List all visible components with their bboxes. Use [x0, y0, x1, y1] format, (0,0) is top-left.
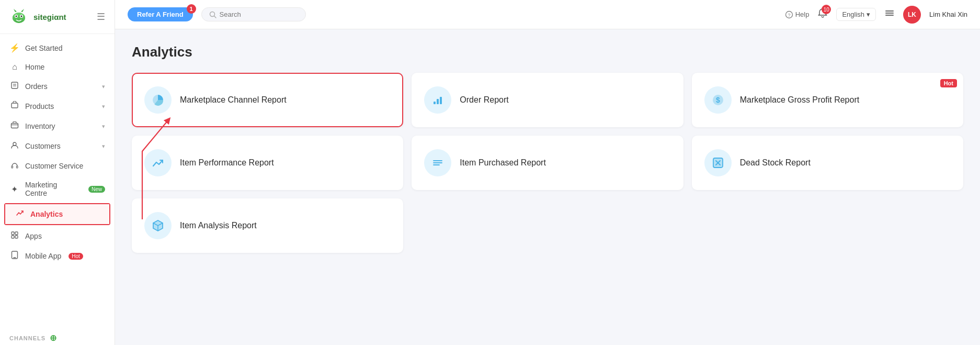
page-title: Analytics	[132, 44, 963, 60]
notifications-button[interactable]: 10	[817, 8, 828, 21]
sidebar-item-label: Home	[25, 63, 44, 71]
sidebar-item-get-started[interactable]: ⚡ Get Started	[0, 38, 115, 58]
refer-label: Refer A Friend	[137, 10, 184, 18]
sidebar-item-apps[interactable]: Apps	[0, 226, 115, 246]
report-label: Item Performance Report	[180, 158, 274, 168]
sidebar-item-label: Marketing Centre	[25, 181, 81, 197]
products-icon	[9, 101, 20, 112]
analytics-icon	[15, 209, 25, 219]
help-label: Help	[795, 10, 810, 18]
svg-text:?: ?	[788, 13, 790, 18]
chevron-down-icon: ▾	[102, 83, 105, 90]
svg-point-2	[13, 13, 25, 23]
svg-rect-17	[17, 166, 18, 168]
search-input[interactable]	[220, 10, 293, 18]
svg-point-15	[13, 142, 16, 146]
logo-text: sitegiαnt	[33, 13, 66, 21]
user-name[interactable]: Lim Khai Xin	[929, 10, 967, 18]
report-card-item-analysis[interactable]: Item Analysis Report	[132, 198, 403, 253]
svg-rect-30	[885, 15, 894, 16]
report-icon	[144, 212, 172, 239]
sidebar: sitegiαnt ☰ ⚡ Get Started ⌂ Home Orders …	[0, 0, 115, 345]
mobile-icon	[9, 251, 20, 261]
sidebar-item-analytics[interactable]: Analytics	[5, 204, 109, 224]
customers-icon	[9, 141, 20, 151]
report-icon	[704, 149, 732, 176]
svg-point-6	[21, 16, 22, 17]
report-card-marketplace-channel[interactable]: Marketplace Channel Report	[132, 73, 403, 127]
sitegiant-logo	[9, 7, 28, 26]
channels-label: CHANNELS	[9, 335, 45, 341]
report-card-item-purchased[interactable]: Item Purchased Report	[412, 136, 683, 190]
svg-rect-13	[12, 124, 18, 128]
report-grid: Marketplace Channel Report Order Report …	[132, 73, 963, 253]
customer-service-icon	[9, 161, 20, 171]
sidebar-item-label: Apps	[25, 232, 42, 240]
report-card-item-performance[interactable]: Item Performance Report	[132, 136, 403, 190]
sidebar-item-customer-service[interactable]: Customer Service	[0, 156, 115, 176]
svg-rect-18	[12, 232, 14, 235]
sidebar-item-label: Customer Service	[25, 162, 83, 170]
get-started-icon: ⚡	[9, 43, 20, 53]
refer-friend-button[interactable]: Refer A Friend 1	[128, 7, 193, 21]
svg-rect-21	[15, 236, 18, 238]
hot-badge: Hot	[69, 253, 83, 260]
page-content: Analytics	[115, 29, 980, 345]
report-card-marketplace-gross[interactable]: $ Marketplace Gross Profit Report Hot	[692, 73, 963, 127]
sidebar-item-home[interactable]: ⌂ Home	[0, 58, 115, 76]
new-badge: New	[88, 186, 105, 193]
sidebar-item-orders[interactable]: Orders ▾	[0, 76, 115, 96]
sidebar-item-label: Orders	[25, 82, 48, 91]
orders-icon	[9, 81, 20, 92]
inventory-icon	[9, 121, 20, 131]
report-card-dead-stock[interactable]: Dead Stock Report	[692, 136, 963, 190]
sidebar-logo-area: sitegiαnt ☰	[0, 0, 115, 34]
svg-rect-28	[885, 10, 894, 12]
channels-add-icon[interactable]: ⊕	[50, 333, 57, 343]
sidebar-item-products[interactable]: Products ▾	[0, 96, 115, 116]
sidebar-item-label: Get Started	[25, 44, 63, 52]
sidebar-item-label: Customers	[25, 142, 61, 150]
svg-rect-14	[13, 122, 16, 124]
sidebar-item-label: Inventory	[25, 122, 55, 130]
marketing-icon: ✦	[9, 184, 20, 194]
topbar: Refer A Friend 1 ? Help 10 English ▾ LK …	[115, 0, 980, 29]
search-box[interactable]	[201, 7, 306, 21]
layout-toggle-button[interactable]	[884, 8, 895, 21]
sidebar-item-inventory[interactable]: Inventory ▾	[0, 116, 115, 136]
sidebar-item-mobile-app[interactable]: Mobile App Hot	[0, 246, 115, 266]
svg-rect-16	[12, 166, 13, 168]
report-icon	[144, 86, 172, 114]
report-icon	[144, 149, 172, 176]
refer-badge: 1	[187, 4, 196, 14]
sidebar-item-label: Products	[25, 102, 54, 110]
svg-text:$: $	[716, 96, 720, 104]
report-card-order[interactable]: Order Report	[412, 73, 683, 127]
report-icon	[424, 86, 451, 114]
hamburger-menu[interactable]: ☰	[97, 11, 105, 23]
svg-rect-34	[440, 97, 442, 104]
svg-rect-29	[885, 13, 894, 14]
report-label: Order Report	[460, 95, 508, 105]
chevron-down-icon: ▾	[102, 123, 105, 130]
help-icon: ?	[785, 10, 793, 19]
help-button[interactable]: ? Help	[785, 10, 810, 19]
language-selector[interactable]: English ▾	[836, 8, 876, 21]
report-label: Item Purchased Report	[460, 158, 546, 168]
chevron-down-icon: ▾	[102, 143, 105, 150]
sidebar-item-marketing[interactable]: ✦ Marketing Centre New	[0, 176, 115, 202]
report-icon: $	[704, 86, 732, 114]
home-icon: ⌂	[9, 62, 20, 72]
search-icon	[209, 11, 216, 18]
svg-rect-12	[12, 103, 18, 108]
chevron-down-icon: ▾	[102, 103, 105, 110]
svg-line-25	[214, 16, 216, 18]
report-label: Dead Stock Report	[740, 158, 811, 168]
avatar[interactable]: LK	[903, 6, 921, 24]
language-label: English	[842, 10, 864, 18]
sidebar-item-customers[interactable]: Customers ▾	[0, 136, 115, 156]
svg-rect-20	[12, 236, 14, 238]
main-content: Refer A Friend 1 ? Help 10 English ▾ LK …	[115, 0, 980, 345]
report-icon	[424, 149, 451, 176]
channels-header: CHANNELS ⊕	[0, 328, 115, 345]
